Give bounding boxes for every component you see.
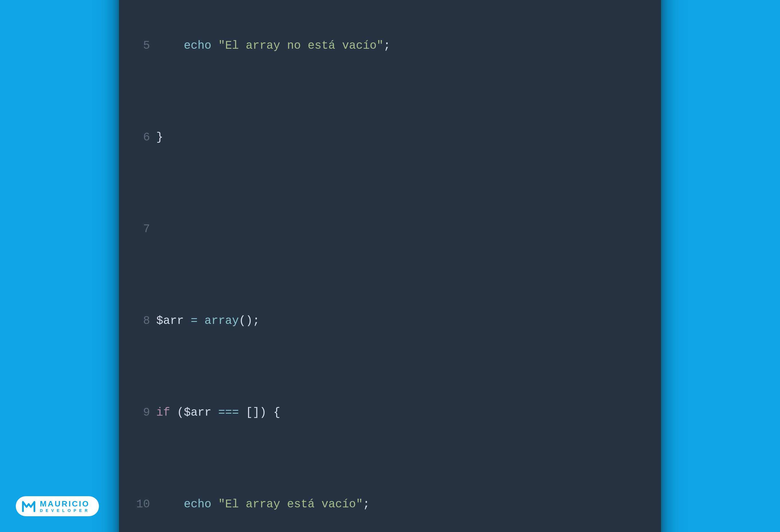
page-background: 1 $arr = array(); 2 if ($arr == []) { 3 … xyxy=(0,0,780,532)
token-string: "El array no está vacío" xyxy=(218,39,383,52)
token-punct: { xyxy=(273,406,280,419)
code-line: 6 } xyxy=(136,128,644,147)
line-number: 5 xyxy=(136,37,156,55)
code-line: 10 echo "El array está vacío"; xyxy=(136,495,644,514)
watermark-badge: MAURICIO DEVELOPER xyxy=(16,496,99,516)
token-builtin: echo xyxy=(184,39,211,52)
token-space xyxy=(239,406,246,419)
line-number: 6 xyxy=(136,128,156,147)
token-variable: $arr xyxy=(156,314,184,327)
line-number: 7 xyxy=(136,220,156,238)
token-punct: ; xyxy=(253,314,259,327)
token-space xyxy=(211,39,218,52)
token-punct: [ xyxy=(246,406,253,419)
logo-text-line2: DEVELOPER xyxy=(40,509,90,513)
token-punct: ) xyxy=(246,314,253,327)
token-punct: ; xyxy=(363,498,370,511)
code-line: 5 echo "El array no está vacío"; xyxy=(136,37,644,55)
token-space xyxy=(156,39,184,52)
code-line: 7 xyxy=(136,220,644,238)
logo-text-line1: MAURICIO xyxy=(40,500,90,508)
code-line: 9 if ($arr === []) { xyxy=(136,404,644,422)
token-string: "El array está vacío" xyxy=(218,498,363,511)
token-space xyxy=(211,406,218,419)
line-number: 10 xyxy=(136,495,156,514)
token-builtin: echo xyxy=(184,498,211,511)
token-space xyxy=(156,498,184,511)
code-content xyxy=(156,220,644,238)
code-content: } xyxy=(156,128,644,147)
code-content: echo "El array no está vacío"; xyxy=(156,37,644,55)
token-punct: } xyxy=(156,131,163,144)
line-number: 9 xyxy=(136,404,156,422)
code-line: 8 $arr = array(); xyxy=(136,312,644,330)
token-space xyxy=(266,406,273,419)
token-operator: = xyxy=(191,314,198,327)
token-punct: ; xyxy=(383,39,390,52)
token-punct: ( xyxy=(177,406,184,419)
token-space xyxy=(211,498,218,511)
token-keyword: if xyxy=(156,406,170,419)
code-content: echo "El array está vacío"; xyxy=(156,495,644,514)
token-punct: ] xyxy=(253,406,259,419)
logo-icon xyxy=(21,499,36,513)
token-space xyxy=(184,314,191,327)
token-punct: ( xyxy=(239,314,246,327)
token-space xyxy=(170,406,177,419)
token-function: array xyxy=(204,314,239,327)
line-number: 8 xyxy=(136,312,156,330)
code-content: if ($arr === []) { xyxy=(156,404,644,422)
logo-text: MAURICIO DEVELOPER xyxy=(40,500,90,513)
token-space xyxy=(198,314,204,327)
token-variable: $arr xyxy=(184,406,211,419)
code-area[interactable]: 1 $arr = array(); 2 if ($arr == []) { 3 … xyxy=(136,0,644,532)
editor-window: 1 $arr = array(); 2 if ($arr == []) { 3 … xyxy=(119,0,661,532)
token-punct: ) xyxy=(259,406,266,419)
token-operator: === xyxy=(218,406,239,419)
code-content: $arr = array(); xyxy=(156,312,644,330)
token-space xyxy=(156,223,163,235)
